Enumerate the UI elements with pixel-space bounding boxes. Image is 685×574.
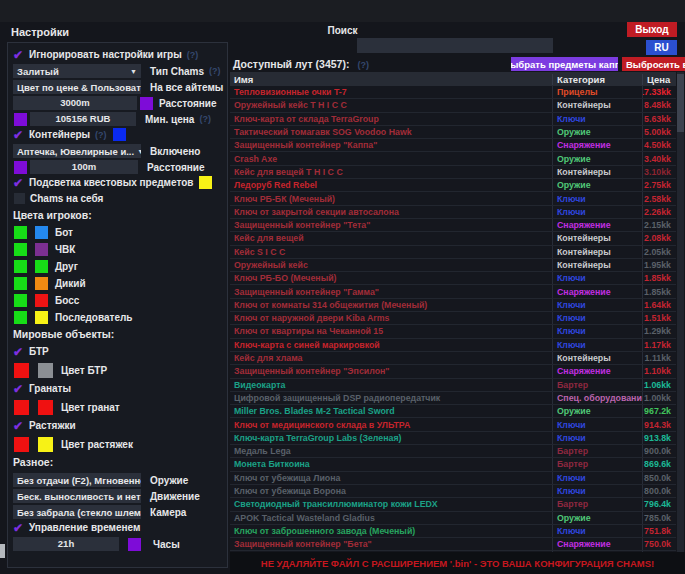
table-row[interactable]: Ключ от квартиры на Чеканной 15Ключи1.29… (230, 325, 676, 338)
ignore-game-settings-checkbox[interactable]: ✔ Игнорировать настройки игры (?) (13, 48, 222, 61)
table-row[interactable]: Ключ от убежища ВоронаКлючи800.0k (230, 485, 676, 498)
language-button[interactable]: RU (646, 40, 677, 55)
table-row[interactable]: Ключ-карта от склада TerraGroupКлючи5.63… (230, 113, 676, 126)
visible-color-swatch[interactable] (14, 311, 27, 324)
world-color-swatch[interactable] (14, 400, 29, 415)
column-header-price[interactable]: Цена (642, 74, 676, 85)
help-icon[interactable]: (?) (209, 66, 221, 76)
distance-input[interactable]: 3000m (13, 96, 137, 110)
help-icon[interactable]: (?) (357, 60, 369, 70)
table-row[interactable]: Ключ от закрытой секции автосалонаКлючи2… (230, 206, 676, 219)
item-name-cell: Кейс для вещей (230, 232, 552, 244)
min-price-color-swatch[interactable] (14, 113, 27, 126)
table-row[interactable]: Оружейный кейс T H I C CКонтейнеры8.48kk (230, 99, 676, 112)
containers-distance-color-swatch[interactable] (14, 161, 27, 174)
visible-color-swatch[interactable] (14, 243, 27, 256)
containers-filter-dropdown[interactable]: Аптечка, Ювелирные и... ▼ (13, 144, 141, 158)
table-row[interactable]: APOK Tactical Wasteland GladiusОружие785… (230, 512, 676, 525)
camera-dropdown[interactable]: Без забрала (стекло шлема) ▼ (13, 505, 141, 519)
hours-color-swatch[interactable] (128, 538, 141, 551)
table-row[interactable]: Защищенный контейнер "Каппа"Снаряжение4.… (230, 139, 676, 152)
table-row[interactable]: Ключ-карта с синей маркировкойКлючи1.17k… (230, 339, 676, 352)
world-color-swatch[interactable] (38, 400, 53, 415)
table-row[interactable]: Ледоруб Red RebelОружие2.75kk (230, 179, 676, 192)
item-category-cell: Ключи (552, 418, 642, 430)
table-row[interactable]: Защищенный контейнер "Бета"Снаряжение750… (230, 538, 676, 551)
table-row[interactable]: Ключ РБ-БО (Меченый)Ключи1.85kk (230, 272, 676, 285)
table-row[interactable]: Защищенный контейнер "Гамма"Снаряжение1.… (230, 285, 676, 298)
help-icon[interactable]: (?) (199, 114, 211, 124)
select-kappa-items-button[interactable]: Выбрать предметы каппа (511, 57, 618, 71)
table-row[interactable]: Тепловизионные очки T-7Прицелы17.33kk (230, 86, 676, 99)
table-row[interactable]: Crash AxeОружие3.40kk (230, 152, 676, 165)
table-row[interactable]: Кейс для вещей T H I C CКонтейнеры3.10kk (230, 166, 676, 179)
table-row[interactable]: Ключ от медицинского склада в УЛЬТРАКлюч… (230, 418, 676, 431)
exit-button[interactable]: Выход (627, 22, 677, 37)
visible-color-swatch[interactable] (14, 294, 27, 307)
item-category-cell: Бартер (552, 498, 642, 510)
table-scrollbar[interactable] (677, 72, 684, 552)
item-category-cell: Контейнеры (552, 246, 642, 258)
loot-table-rows: Тепловизионные очки T-7Прицелы17.33kkОру… (230, 86, 676, 552)
table-row[interactable]: Ключ от заброшенного завода (Меченый)Клю… (230, 525, 676, 538)
visible-color-swatch[interactable] (14, 260, 27, 273)
player-color-swatch[interactable] (35, 294, 48, 307)
table-row[interactable]: Тактический томагавк SOG Voodoo HawkОруж… (230, 126, 676, 139)
containers-checkbox[interactable]: ✔ Контейнеры (?) (13, 128, 222, 141)
weapon-dropdown[interactable]: Без отдачи (F2), Мгновенное п ▼ (13, 473, 141, 487)
search-input[interactable] (357, 38, 553, 53)
edge-tab[interactable] (0, 544, 5, 558)
world-object-checkbox[interactable]: ✔Растяжки (13, 419, 222, 432)
visible-color-swatch[interactable] (14, 277, 27, 290)
table-row[interactable]: Кейс S I C CКонтейнеры2.05kk (230, 246, 676, 259)
distance-color-swatch[interactable] (140, 97, 153, 110)
world-object-checkbox[interactable]: ✔БТР (13, 345, 222, 358)
player-color-swatch[interactable] (35, 260, 48, 273)
world-object-checkbox[interactable]: ✔Гранаты (13, 382, 222, 395)
hours-input[interactable]: 21h (13, 537, 119, 551)
visible-color-swatch[interactable] (14, 226, 27, 239)
column-header-category[interactable]: Категория (552, 74, 642, 85)
table-row[interactable]: ВидеокартаБартер1.06kk (230, 379, 676, 392)
unchecked-box (14, 193, 25, 204)
table-row[interactable]: Ключ-карта TerraGroup Labs (Зеленая)Ключ… (230, 432, 676, 445)
scrollbar-thumb[interactable] (677, 74, 684, 132)
world-color-swatch[interactable] (38, 437, 53, 452)
containers-color-swatch[interactable] (113, 128, 126, 141)
table-row[interactable]: Защищенный контейнер "Тета"Снаряжение2.1… (230, 219, 676, 232)
movement-dropdown[interactable]: Беск. выносливость и нет уста ▼ (13, 489, 141, 503)
quest-highlight-checkbox[interactable]: ✔ Подсветка квестовых предметов (13, 176, 222, 189)
table-row[interactable]: Кейс для вещейКонтейнеры2.08kk (230, 232, 676, 245)
chams-self-checkbox[interactable]: Chams на себя (13, 192, 222, 205)
min-price-input[interactable]: 105156 RUB (30, 112, 136, 126)
table-row[interactable]: Ключ от убежища ЛионаКлючи850.0k (230, 472, 676, 485)
world-color-swatch[interactable] (38, 363, 53, 378)
table-row[interactable]: Ключ от наружной двери Kiba ArmsКлючи1.5… (230, 312, 676, 325)
table-row[interactable]: Цифровой защищенный DSP радиопередатчикС… (230, 392, 676, 405)
table-row[interactable]: Монета БиткоинаБартер869.6k (230, 458, 676, 471)
world-color-swatch[interactable] (14, 363, 29, 378)
table-row[interactable]: Защищенный контейнер "Эпсилон"Снаряжение… (230, 365, 676, 378)
player-color-swatch[interactable] (35, 243, 48, 256)
containers-distance-input[interactable]: 100m (30, 160, 138, 174)
world-color-swatch[interactable] (14, 437, 29, 452)
column-header-name[interactable]: Имя (230, 74, 552, 85)
table-row[interactable]: Кейс для хламаКонтейнеры1.11kk (230, 352, 676, 365)
chams-type-dropdown[interactable]: Залитый ▼ (13, 64, 141, 78)
table-row[interactable]: Miller Bros. Blades M-2 Tactical SwordОр… (230, 405, 676, 418)
table-row[interactable]: Ключ от комнаты 314 общежития (Меченый)К… (230, 299, 676, 312)
player-color-swatch[interactable] (35, 277, 48, 290)
table-row[interactable]: Оружейный кейсКонтейнеры1.95kk (230, 259, 676, 272)
table-row[interactable]: Ключ РБ-БК (Меченый)Ключи2.58kk (230, 192, 676, 205)
discard-all-button[interactable]: Выбросить все (622, 57, 685, 71)
all-items-color-dropdown[interactable]: Цвет по цене & Пользователь ▼ (13, 80, 141, 94)
quest-highlight-color-swatch[interactable] (199, 176, 212, 189)
player-color-swatch[interactable] (35, 311, 48, 324)
table-row[interactable]: Светодиодный трансиллюминатор кожи LEDXБ… (230, 498, 676, 511)
time-control-checkbox[interactable]: ✔ Управление временем (13, 521, 222, 534)
help-icon[interactable]: (?) (95, 130, 107, 140)
player-color-swatch[interactable] (35, 226, 48, 239)
title-bar[interactable] (0, 0, 685, 22)
help-icon[interactable]: (?) (187, 50, 199, 60)
table-row[interactable]: Медаль LegaБартер900.0k (230, 445, 676, 458)
